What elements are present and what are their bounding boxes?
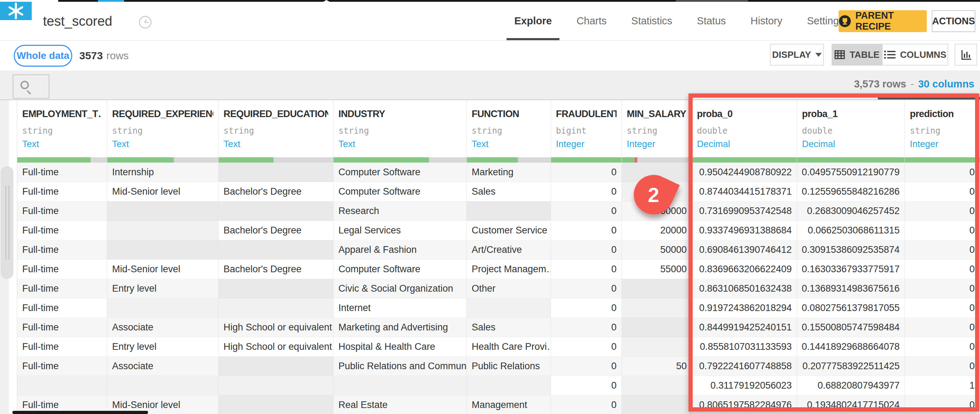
column-header-FUNCTION[interactable]: FUNCTIONstringText <box>467 100 551 162</box>
cell-INDUSTRY[interactable]: Hospital & Health Care <box>334 337 467 357</box>
cell-EMPLOYMENT_T…[interactable]: Full-time <box>17 162 107 182</box>
cell-FRAUDULENT[interactable]: 0 <box>551 162 622 182</box>
display-dropdown[interactable]: DISPLAY <box>770 44 824 65</box>
column-meaning[interactable]: Decimal <box>802 139 900 150</box>
cell-prediction[interactable]: 0 <box>905 260 980 279</box>
cell-INDUSTRY[interactable]: Apparel & Fashion <box>334 240 467 260</box>
cell-MIN_SALARY[interactable]: 20000 <box>622 221 692 240</box>
cell-proba_1[interactable]: 0.0662503068611315 <box>797 221 905 240</box>
cell-MIN_SALARY[interactable]: 50000 <box>622 240 692 260</box>
parent-recipe-button[interactable]: PARENT RECIPE <box>838 10 927 32</box>
cell-prediction[interactable]: 0 <box>905 162 980 182</box>
cell-EMPLOYMENT_T…[interactable]: Full-time <box>17 201 107 221</box>
cell-FRAUDULENT[interactable]: 0 <box>551 318 622 337</box>
cell-REQUIRED_EDUCATION[interactable]: Bachelor's Degree <box>219 221 334 240</box>
cell-prediction[interactable]: 0 <box>905 201 980 221</box>
column-header-prediction[interactable]: predictionstringInteger <box>905 100 980 162</box>
cell-REQUIRED_EDUCATION[interactable] <box>219 357 334 376</box>
cell-EMPLOYMENT_T…[interactable]: Full-time <box>17 337 107 357</box>
cell-REQUIRED_EDUCATION[interactable] <box>219 240 334 260</box>
cell-REQUIRED_EDUCATION[interactable]: High School or equivalent <box>219 318 334 337</box>
column-meaning[interactable]: Integer <box>910 139 975 150</box>
cell-proba_1[interactable]: 0.04957550912190779 <box>797 162 905 182</box>
cell-prediction[interactable]: 0 <box>905 318 980 337</box>
cell-REQUIRED_EXPERIENCE[interactable]: Associate <box>107 318 219 337</box>
cell-prediction[interactable]: 0 <box>905 182 980 201</box>
cell-REQUIRED_EDUCATION[interactable] <box>219 376 334 395</box>
cell-REQUIRED_EXPERIENCE[interactable] <box>107 376 219 395</box>
chart-preview-button[interactable] <box>955 44 977 65</box>
cell-FRAUDULENT[interactable]: 0 <box>551 395 622 414</box>
cell-proba_0[interactable]: 0.8449919425240151 <box>692 318 797 337</box>
cell-REQUIRED_EXPERIENCE[interactable]: Entry level <box>107 337 219 357</box>
cell-FUNCTION[interactable]: Sales <box>467 318 551 337</box>
cell-FRAUDULENT[interactable]: 0 <box>551 337 622 357</box>
panel-drag-handle[interactable] <box>1 166 13 279</box>
cell-FUNCTION[interactable]: Other <box>467 279 551 298</box>
horizontal-scrollbar-thumb-top[interactable] <box>878 97 980 99</box>
cell-FUNCTION[interactable]: Marketing <box>467 162 551 182</box>
column-meaning[interactable]: Text <box>223 139 328 150</box>
cell-INDUSTRY[interactable]: Real Estate <box>334 395 467 414</box>
tab-statistics[interactable]: Statistics <box>624 2 680 40</box>
cell-FUNCTION[interactable] <box>467 201 551 221</box>
cell-prediction[interactable]: 0 <box>905 279 980 298</box>
cell-prediction[interactable]: 0 <box>905 298 980 318</box>
column-header-REQUIRED_EXPERIENCE[interactable]: REQUIRED_EXPERIENCEstringText <box>107 100 219 162</box>
cell-INDUSTRY[interactable]: Civic & Social Organization <box>334 279 467 298</box>
cell-proba_1[interactable]: 0.14418929688664078 <box>797 337 905 357</box>
cell-proba_0[interactable]: 0.8369663206622409 <box>692 260 797 279</box>
cell-EMPLOYMENT_T…[interactable]: Full-time <box>17 357 107 376</box>
cell-REQUIRED_EXPERIENCE[interactable]: Internship <box>107 162 219 182</box>
column-meaning[interactable]: Text <box>112 139 213 150</box>
cell-MIN_SALARY[interactable] <box>622 395 692 414</box>
cell-INDUSTRY[interactable]: Research <box>334 201 467 221</box>
column-meaning[interactable]: Text <box>472 139 546 150</box>
column-meaning[interactable]: Text <box>22 139 102 150</box>
column-header-FRAUDULENT[interactable]: FRAUDULENTbigintInteger <box>551 100 622 162</box>
cell-proba_0[interactable]: 0.8631068501632438 <box>692 279 797 298</box>
column-meaning[interactable]: Integer <box>627 139 687 150</box>
cell-proba_0[interactable]: 0.7316990953742548 <box>692 201 797 221</box>
cell-REQUIRED_EDUCATION[interactable]: High School or equivalent <box>219 337 334 357</box>
total-columns-link[interactable]: 30 columns <box>918 78 974 90</box>
column-header-EMPLOYMENT_T…[interactable]: EMPLOYMENT_T…stringText <box>17 100 107 162</box>
cell-prediction[interactable]: 0 <box>905 240 980 260</box>
cell-prediction[interactable]: 0 <box>905 357 980 376</box>
column-header-proba_0[interactable]: proba_0doubleDecimal <box>692 100 797 162</box>
cell-REQUIRED_EDUCATION[interactable] <box>219 395 334 414</box>
cell-FUNCTION[interactable]: Health Care Provi… <box>467 337 551 357</box>
cell-proba_0[interactable]: 0.6908461390746412 <box>692 240 797 260</box>
cell-INDUSTRY[interactable]: Internet <box>334 298 467 318</box>
cell-REQUIRED_EXPERIENCE[interactable] <box>107 298 219 318</box>
cell-proba_1[interactable]: 0.20777583922511425 <box>797 357 905 376</box>
cell-prediction[interactable]: 0 <box>905 221 980 240</box>
cell-REQUIRED_EXPERIENCE[interactable] <box>107 221 219 240</box>
cell-INDUSTRY[interactable]: Computer Software <box>334 260 467 279</box>
horizontal-scrollbar-thumb-bottom[interactable] <box>12 411 148 414</box>
cell-proba_1[interactable]: 0.2683009046257452 <box>797 201 905 221</box>
columns-view-button[interactable]: COLUMNS <box>882 44 948 65</box>
cell-proba_0[interactable]: 0.9197243862018294 <box>692 298 797 318</box>
cell-FUNCTION[interactable]: Public Relations <box>467 357 551 376</box>
cell-proba_0[interactable]: 0.9337496931388684 <box>692 221 797 240</box>
cell-REQUIRED_EDUCATION[interactable] <box>219 298 334 318</box>
cell-proba_1[interactable]: 0.30915386092535874 <box>797 240 905 260</box>
cell-FUNCTION[interactable] <box>467 298 551 318</box>
cell-proba_1[interactable]: 0.13689314983675616 <box>797 279 905 298</box>
cell-EMPLOYMENT_T…[interactable]: Full-time <box>17 260 107 279</box>
cell-REQUIRED_EXPERIENCE[interactable]: Entry level <box>107 279 219 298</box>
cell-MIN_SALARY[interactable] <box>622 279 692 298</box>
cell-proba_0[interactable]: 0.31179192056023 <box>692 376 797 395</box>
cell-MIN_SALARY[interactable] <box>622 298 692 318</box>
cell-MIN_SALARY[interactable] <box>622 318 692 337</box>
column-header-MIN_SALARY[interactable]: MIN_SALARYstringInteger <box>622 100 692 162</box>
cell-FUNCTION[interactable]: Project Managem… <box>467 260 551 279</box>
cell-INDUSTRY[interactable]: Computer Software <box>334 182 467 201</box>
cell-REQUIRED_EDUCATION[interactable] <box>219 279 334 298</box>
cell-FRAUDULENT[interactable]: 0 <box>551 221 622 240</box>
cell-EMPLOYMENT_T…[interactable]: Full-time <box>17 240 107 260</box>
cell-proba_0[interactable]: 0.8558107031133593 <box>692 337 797 357</box>
cell-REQUIRED_EXPERIENCE[interactable] <box>107 201 219 221</box>
cell-INDUSTRY[interactable]: Public Relations and Commun… <box>334 357 467 376</box>
